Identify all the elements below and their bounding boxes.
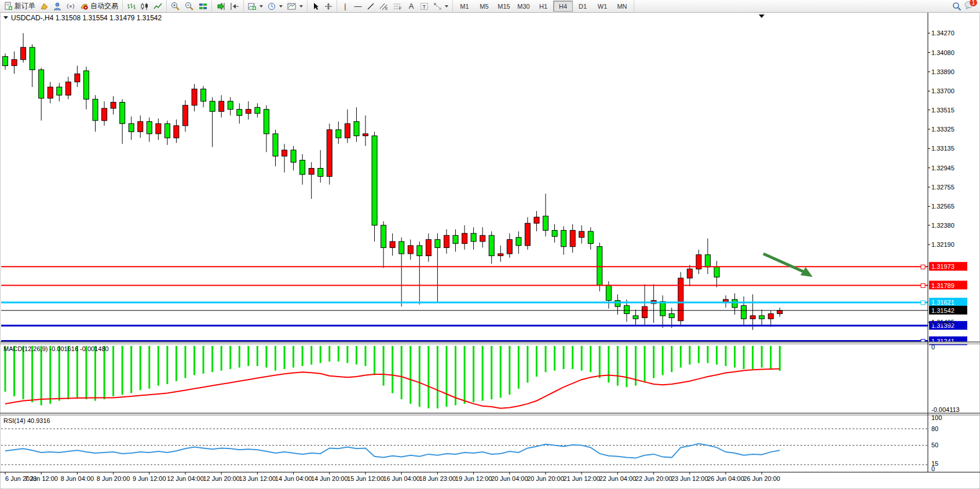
chart-shift-button[interactable] xyxy=(228,0,242,12)
horizontal-line-icon: — xyxy=(354,2,362,10)
bar-chart-button[interactable] xyxy=(125,0,138,12)
time-label: 20 Jun 04:00 xyxy=(491,475,528,482)
tile-windows-button[interactable] xyxy=(196,0,210,12)
equidistant-channel-icon: E xyxy=(379,2,389,10)
price-tick: 1.32565 xyxy=(931,203,955,210)
rsi-scale-100: 100 xyxy=(931,414,942,421)
autotrading-button[interactable]: 自动交易 xyxy=(78,0,120,12)
price-tick: 1.32190 xyxy=(931,241,955,248)
time-label: 26 Jun 04:00 xyxy=(707,475,744,482)
time-label: 22 Jun 20:00 xyxy=(635,475,672,482)
panel-separator[interactable] xyxy=(0,342,980,344)
arrows-caret xyxy=(445,5,448,8)
time-label: 26 Jun 20:00 xyxy=(743,475,780,482)
zoom-out-icon xyxy=(185,2,194,10)
arrows-button[interactable] xyxy=(431,0,451,12)
trade-group: 新订单 自动交易 xyxy=(0,0,123,12)
tf-button-M30[interactable]: M30 xyxy=(514,1,533,12)
tf-button-M15[interactable]: M15 xyxy=(494,1,514,12)
macd-scale-zero: 0 xyxy=(931,344,935,351)
time-label: 19 Jun 12:00 xyxy=(455,475,492,482)
tf-button-H1[interactable]: H1 xyxy=(533,1,553,12)
cursor-button[interactable] xyxy=(309,0,322,12)
time-label: 22 Jun 04:00 xyxy=(599,475,637,482)
periods-caret xyxy=(279,5,283,8)
candlestick-button[interactable] xyxy=(138,0,151,12)
time-label: 12 Jun 20:00 xyxy=(203,475,240,482)
zoom-out-button[interactable] xyxy=(182,0,196,12)
periods-clock-icon xyxy=(268,2,276,10)
crosshair-button[interactable] xyxy=(322,0,335,12)
notification-badge: 1 xyxy=(969,0,978,7)
rsi-scale-80: 80 xyxy=(931,425,938,432)
cursor-group xyxy=(308,0,337,12)
time-label: 23 Jun 12:00 xyxy=(671,475,708,482)
rsi-scale-0: 0 xyxy=(931,465,935,472)
time-label: 14 Jun 04:00 xyxy=(275,475,312,482)
periods-button[interactable] xyxy=(265,0,285,12)
zoom-group xyxy=(167,0,212,12)
bar-chart-icon xyxy=(127,2,136,10)
time-label: 7 Jun 12:00 xyxy=(24,475,58,482)
fibonacci-button[interactable]: F xyxy=(391,0,405,12)
templates-icon xyxy=(287,2,297,10)
new-order-button[interactable]: 新订单 xyxy=(2,0,38,12)
price-tick: 1.33135 xyxy=(931,145,955,152)
horizontal-line-button[interactable]: — xyxy=(352,0,364,12)
tf-button-W1[interactable]: W1 xyxy=(593,1,612,12)
styler-button[interactable] xyxy=(38,0,51,12)
crosshair-icon xyxy=(324,2,332,10)
tf-button-M5[interactable]: M5 xyxy=(474,1,494,12)
time-label: 8 Jun 04:00 xyxy=(61,475,94,482)
time-label: 21 Jun 12:00 xyxy=(563,475,600,482)
text-label-icon: T xyxy=(420,2,429,10)
price-tick: 1.34080 xyxy=(931,49,955,56)
price-tick: 1.32755 xyxy=(931,184,955,191)
indicators-button[interactable] xyxy=(246,0,265,12)
trendline-icon xyxy=(367,2,375,10)
tf-button-M1[interactable]: M1 xyxy=(455,1,474,12)
time-label: 8 Jun 20:00 xyxy=(97,475,130,482)
fibonacci-icon: F xyxy=(393,2,403,10)
price-tick: 1.32945 xyxy=(931,165,955,171)
line-chart-button[interactable] xyxy=(151,0,164,12)
time-label: 14 Jun 20:00 xyxy=(311,475,348,482)
trendline-button[interactable] xyxy=(364,0,377,12)
indicators-caret xyxy=(259,5,263,8)
tf-button-D1[interactable]: D1 xyxy=(573,1,593,12)
new-order-icon xyxy=(4,2,13,10)
time-label: 12 Jun 04:00 xyxy=(167,475,204,482)
time-label: 18 Jun 23:00 xyxy=(419,475,456,482)
profile-button[interactable] xyxy=(51,0,64,12)
styler-icon xyxy=(40,2,49,10)
tf-button-MN[interactable]: MN xyxy=(612,1,632,12)
text-button[interactable]: A xyxy=(405,0,418,12)
autotrading-label: 自动交易 xyxy=(90,1,118,11)
templates-button[interactable] xyxy=(285,0,305,12)
signals-button[interactable] xyxy=(64,0,78,12)
price-label-1.31973: 1.31973 xyxy=(931,263,955,270)
price-tick: 1.33325 xyxy=(931,126,955,133)
auto-scroll-button[interactable] xyxy=(214,0,228,12)
zoom-in-icon xyxy=(171,2,180,10)
vertical-line-button[interactable]: | xyxy=(339,0,352,12)
price-tick: 1.31425 xyxy=(931,319,955,326)
search-button[interactable] xyxy=(950,0,964,12)
zoom-in-button[interactable] xyxy=(169,0,182,12)
arrows-icon xyxy=(433,2,442,10)
scroll-group xyxy=(212,0,244,12)
chart-area[interactable]: 1.319731.317891.316211.315421.313921.312… xyxy=(0,0,980,489)
time-label: 15 Jun 12:00 xyxy=(347,475,384,482)
price-tick: 1.33515 xyxy=(931,107,955,114)
text-icon: A xyxy=(407,2,415,10)
time-label: 13 Jun 12:00 xyxy=(239,475,276,482)
text-label-button[interactable]: T xyxy=(418,0,431,12)
chart-canvas[interactable]: 1.319731.317891.316211.315421.313921.312… xyxy=(0,12,980,489)
price-tick: 1.32380 xyxy=(931,222,955,229)
tile-windows-icon xyxy=(199,2,207,10)
chat-button[interactable]: 1 xyxy=(964,1,974,12)
panel-separator[interactable] xyxy=(0,413,980,415)
time-label: 16 Jun 04:00 xyxy=(383,475,420,482)
equidistant-channel-button[interactable]: E xyxy=(377,0,391,12)
tf-button-H4[interactable]: H4 xyxy=(553,1,573,12)
